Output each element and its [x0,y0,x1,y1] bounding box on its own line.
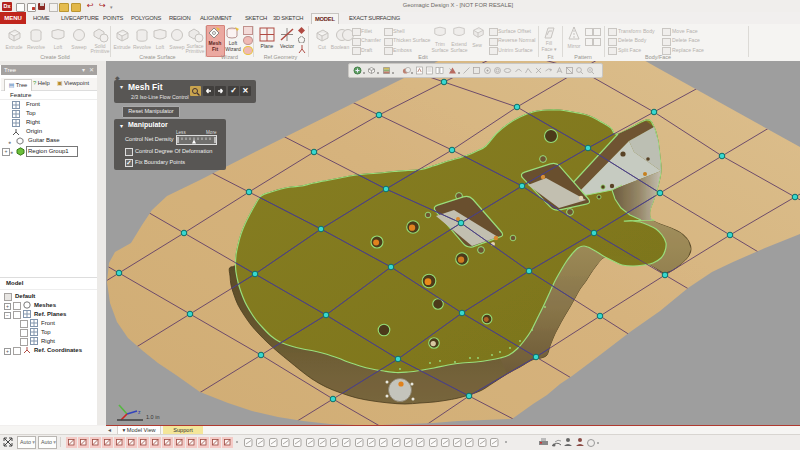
svg-text:z: z [138,409,141,415]
svg-text:1.0 in: 1.0 in [146,414,159,420]
